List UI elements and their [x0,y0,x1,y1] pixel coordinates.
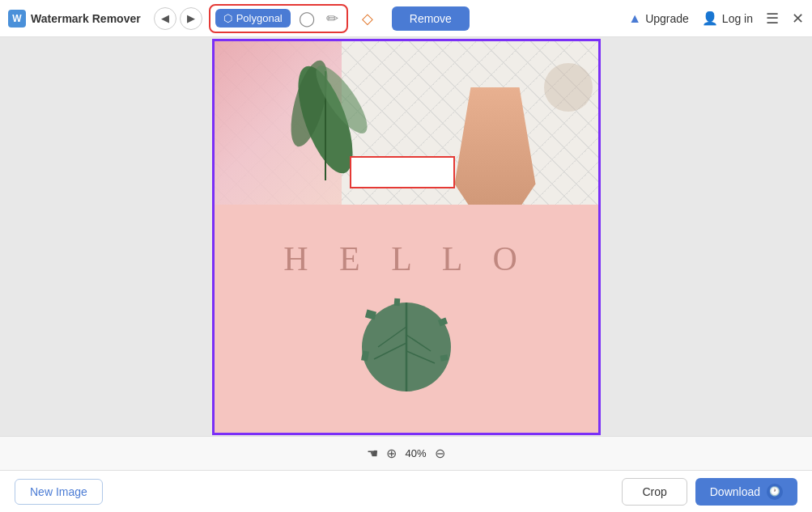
redo-icon: ▶ [187,12,195,24]
crop-button[interactable]: Crop [622,478,687,506]
redo-button[interactable]: ▶ [180,7,202,30]
pan-icon[interactable]: ☚ [367,446,378,461]
svg-rect-10 [364,310,376,320]
image-mockup: H E L L O [212,39,601,435]
nav-buttons: ◀ ▶ [154,7,202,30]
zoom-out-icon[interactable]: ⊖ [435,446,445,461]
bottom-section: H E L L O [212,205,601,435]
footer-right: Crop Download 🕐 [622,478,797,506]
polygonal-icon: ⬡ [223,12,232,24]
remove-label: Remove [410,12,452,25]
eraser-icon: ◇ [362,10,373,28]
upgrade-label: Upgrade [645,12,689,25]
login-button[interactable]: 👤 Log in [702,11,753,26]
download-button[interactable]: Download 🕐 [695,478,797,506]
download-label: Download [710,485,760,498]
app-title: Watermark Remover [31,12,141,25]
zoom-in-icon[interactable]: ⊕ [386,446,397,461]
app-logo-icon: W [8,10,26,28]
photo-section [212,39,601,209]
toolbar: W Watermark Remover ◀ ▶ ⬡ Polygonal ◯ ✏ … [0,0,812,37]
app-logo: W Watermark Remover [8,10,141,28]
undo-icon: ◀ [161,12,169,24]
toolbar-right: ▲ Upgrade 👤 Log in ☰ ✕ [628,10,804,28]
leaf-container [350,294,463,400]
user-icon: 👤 [702,11,718,26]
crop-label: Crop [642,485,666,498]
download-clock-icon: 🕐 [767,484,783,500]
zoom-controls: ☚ ⊕ 40% ⊖ [367,446,444,461]
remove-button[interactable]: Remove [392,6,470,31]
close-icon[interactable]: ✕ [792,10,804,28]
canvas-container[interactable]: H E L L O [212,39,601,435]
upgrade-icon: ▲ [628,11,641,26]
login-label: Log in [722,12,753,25]
eraser-button[interactable]: ◇ [355,6,380,32]
zoom-percent: 40% [405,447,426,459]
circle-decoration [544,63,593,112]
lasso-tool-button[interactable]: ◯ [295,8,318,29]
lasso-icon: ◯ [299,10,315,28]
main-canvas-area: H E L L O [0,37,812,436]
tool-group: ⬡ Polygonal ◯ ✏ [209,4,348,33]
svg-rect-14 [393,298,400,307]
new-image-label: New Image [30,485,87,498]
polygonal-label: Polygonal [236,12,283,24]
footer: New Image Crop Download 🕐 [0,470,812,512]
brush-tool-button[interactable]: ✏ [323,8,342,29]
upgrade-button[interactable]: ▲ Upgrade [628,11,689,26]
hello-text: H E L L O [283,239,529,278]
undo-button[interactable]: ◀ [154,7,176,30]
watermark-selection-box[interactable] [350,156,455,188]
brush-icon: ✏ [326,10,338,28]
menu-icon[interactable]: ☰ [766,10,779,28]
new-image-button[interactable]: New Image [15,479,103,505]
polygonal-tool-button[interactable]: ⬡ Polygonal [215,9,291,28]
zoom-bar: ☚ ⊕ 40% ⊖ [0,436,812,470]
